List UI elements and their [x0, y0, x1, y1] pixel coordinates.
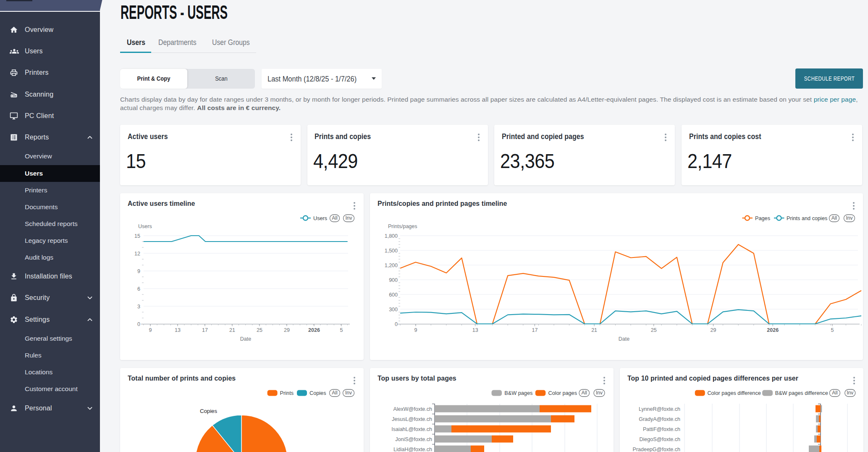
svg-text:13: 13: [175, 327, 181, 333]
svg-text:Pages: Pages: [755, 215, 770, 221]
svg-text:Inv: Inv: [846, 215, 852, 221]
svg-text:15: 15: [134, 233, 140, 239]
svg-text:PradeepG@foxte.ch: PradeepG@foxte.ch: [633, 447, 680, 452]
svg-text:Prints and copies: Prints and copies: [787, 215, 827, 221]
svg-text:Users: Users: [313, 215, 327, 221]
svg-text:LidiaH@foxte.ch: LidiaH@foxte.ch: [393, 447, 432, 452]
svg-text:Color pages: Color pages: [548, 390, 577, 396]
svg-text:25: 25: [651, 327, 657, 333]
svg-text:9: 9: [414, 327, 417, 333]
svg-text:17: 17: [202, 327, 208, 333]
svg-text:All: All: [332, 215, 337, 221]
svg-text:Color pages difference: Color pages difference: [707, 390, 760, 396]
svg-text:Inv: Inv: [345, 215, 352, 221]
svg-text:13: 13: [472, 327, 478, 333]
svg-text:17: 17: [532, 327, 538, 333]
svg-text:0: 0: [137, 321, 140, 327]
svg-text:Prints/pages: Prints/pages: [388, 223, 417, 229]
svg-text:3: 3: [137, 304, 140, 310]
svg-text:AlexW@foxte.ch: AlexW@foxte.ch: [393, 406, 432, 412]
svg-text:1,800: 1,800: [385, 233, 398, 239]
svg-text:JoniS@foxte.ch: JoniS@foxte.ch: [395, 436, 432, 442]
svg-text:5: 5: [831, 327, 834, 333]
svg-text:29: 29: [284, 327, 290, 333]
svg-text:300: 300: [389, 307, 398, 313]
svg-text:IsaiahL@foxte.ch: IsaiahL@foxte.ch: [391, 426, 432, 432]
svg-text:DiegoS@foxte.ch: DiegoS@foxte.ch: [640, 436, 681, 442]
svg-text:Prints: Prints: [280, 390, 294, 396]
svg-text:Inv: Inv: [847, 390, 853, 396]
svg-text:All: All: [831, 215, 837, 221]
svg-text:B&W pages: B&W pages: [504, 390, 532, 396]
svg-text:21: 21: [229, 327, 235, 333]
svg-text:5: 5: [340, 327, 343, 333]
svg-text:All: All: [832, 390, 837, 396]
svg-text:GradyA@foxte.ch: GradyA@foxte.ch: [639, 416, 680, 422]
svg-text:All: All: [332, 390, 337, 396]
svg-text:Copies: Copies: [200, 408, 217, 414]
svg-text:2026: 2026: [767, 327, 779, 333]
svg-text:B&W pages difference: B&W pages difference: [775, 390, 828, 396]
svg-text:25: 25: [257, 327, 262, 333]
svg-text:Inv: Inv: [596, 390, 603, 396]
svg-text:900: 900: [389, 277, 398, 283]
svg-text:JesusL@foxte.ch: JesusL@foxte.ch: [392, 416, 432, 422]
svg-text:21: 21: [591, 327, 597, 333]
svg-text:2026: 2026: [308, 327, 320, 333]
svg-text:Users: Users: [138, 223, 152, 229]
svg-text:6: 6: [137, 286, 140, 292]
svg-text:29: 29: [711, 327, 716, 333]
svg-text:12: 12: [134, 251, 140, 257]
svg-text:Copies: Copies: [309, 390, 326, 396]
svg-text:LynneR@foxte.ch: LynneR@foxte.ch: [639, 406, 680, 412]
svg-text:Inv: Inv: [345, 390, 352, 396]
svg-text:1,200: 1,200: [385, 263, 398, 268]
svg-text:All: All: [582, 390, 587, 396]
svg-text:PattiF@foxte.ch: PattiF@foxte.ch: [643, 426, 680, 432]
svg-text:600: 600: [389, 292, 398, 298]
svg-text:Date: Date: [619, 336, 629, 342]
svg-text:Date: Date: [240, 336, 251, 342]
svg-text:0: 0: [395, 321, 398, 327]
svg-text:9: 9: [137, 268, 140, 274]
svg-text:1,500: 1,500: [385, 248, 398, 254]
svg-text:9: 9: [149, 327, 152, 333]
